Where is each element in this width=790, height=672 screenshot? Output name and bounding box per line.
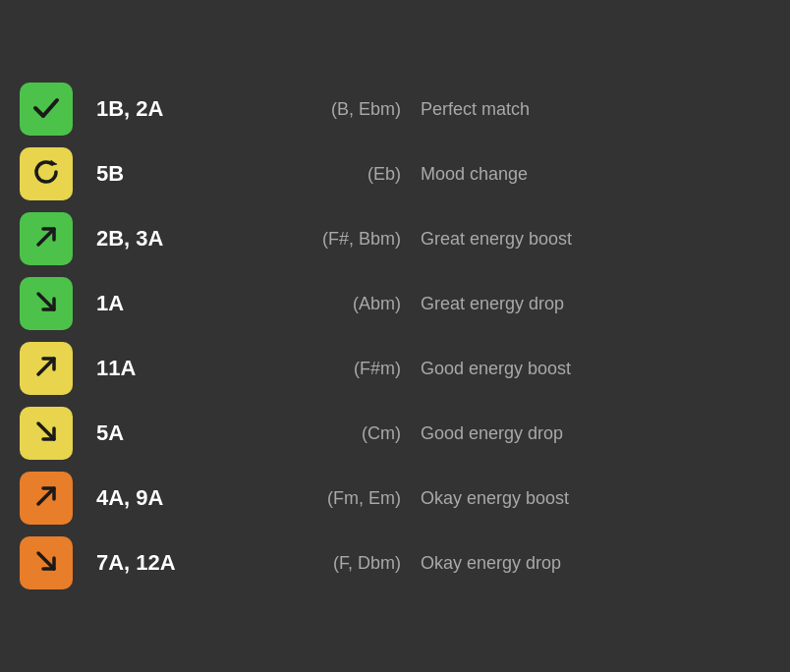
svg-line-0 bbox=[38, 229, 54, 245]
icon-box-good-energy-drop bbox=[20, 407, 73, 460]
icon-box-okay-energy-drop bbox=[20, 536, 73, 589]
description-perfect-match: Perfect match bbox=[421, 99, 770, 120]
key-label-okay-energy-drop: 7A, 12A bbox=[96, 550, 263, 576]
row-mood-change: 5B (Eb) Mood change bbox=[20, 141, 770, 206]
description-good-energy-drop: Good energy drop bbox=[421, 423, 770, 444]
description-good-energy-boost: Good energy boost bbox=[421, 359, 770, 379]
key-label-good-energy-drop: 5A bbox=[96, 420, 263, 446]
row-perfect-match: 1B, 2A (B, Ebm) Perfect match bbox=[20, 77, 770, 141]
key-label-good-energy-boost: 11A bbox=[96, 356, 263, 381]
key-note-great-energy-drop: (Abm) bbox=[263, 294, 421, 314]
description-great-energy-drop: Great energy drop bbox=[421, 294, 770, 314]
icon-arrow-down-right-great-energy-drop bbox=[30, 286, 62, 321]
icon-checkmark-perfect-match bbox=[30, 91, 62, 127]
svg-line-2 bbox=[38, 359, 54, 374]
key-note-good-energy-boost: (F#m) bbox=[263, 359, 421, 379]
row-good-energy-boost: 11A (F#m) Good energy boost bbox=[20, 336, 770, 401]
key-label-great-energy-drop: 1A bbox=[96, 291, 263, 316]
svg-line-4 bbox=[38, 488, 54, 504]
icon-box-great-energy-boost bbox=[20, 212, 73, 265]
icon-arrow-up-right-okay-energy-boost bbox=[30, 480, 62, 516]
row-okay-energy-drop: 7A, 12A (F, Dbm) Okay energy drop bbox=[20, 531, 770, 595]
icon-box-mood-change bbox=[20, 147, 73, 200]
icon-box-great-energy-drop bbox=[20, 277, 73, 330]
icon-box-okay-energy-boost bbox=[20, 472, 73, 525]
icon-arrow-up-right-great-energy-boost bbox=[30, 221, 62, 256]
description-great-energy-boost: Great energy boost bbox=[421, 229, 770, 250]
icon-arrow-down-right-good-energy-drop bbox=[30, 416, 62, 451]
key-note-perfect-match: (B, Ebm) bbox=[263, 99, 421, 120]
svg-line-1 bbox=[38, 294, 54, 309]
row-good-energy-drop: 5A (Cm) Good energy drop bbox=[20, 401, 770, 466]
icon-refresh-mood-change bbox=[30, 156, 62, 192]
svg-line-5 bbox=[38, 553, 54, 569]
svg-line-3 bbox=[38, 423, 54, 439]
description-okay-energy-drop: Okay energy drop bbox=[421, 553, 770, 574]
row-okay-energy-boost: 4A, 9A (Fm, Em) Okay energy boost bbox=[20, 466, 770, 531]
key-note-good-energy-drop: (Cm) bbox=[263, 423, 421, 444]
key-label-mood-change: 5B bbox=[96, 161, 263, 187]
key-label-perfect-match: 1B, 2A bbox=[96, 96, 263, 122]
key-label-okay-energy-boost: 4A, 9A bbox=[96, 485, 263, 511]
key-note-okay-energy-drop: (F, Dbm) bbox=[263, 553, 421, 574]
row-great-energy-drop: 1A (Abm) Great energy drop bbox=[20, 271, 770, 336]
description-okay-energy-boost: Okay energy boost bbox=[421, 488, 770, 509]
key-label-great-energy-boost: 2B, 3A bbox=[96, 226, 263, 252]
key-note-mood-change: (Eb) bbox=[263, 164, 421, 185]
icon-arrow-down-right-okay-energy-drop bbox=[30, 545, 62, 581]
key-note-okay-energy-boost: (Fm, Em) bbox=[263, 488, 421, 509]
icon-box-good-energy-boost bbox=[20, 342, 73, 395]
row-great-energy-boost: 2B, 3A (F#, Bbm) Great energy boost bbox=[20, 206, 770, 271]
icon-arrow-up-right-good-energy-boost bbox=[30, 351, 62, 386]
description-mood-change: Mood change bbox=[421, 164, 770, 185]
icon-box-perfect-match bbox=[20, 83, 73, 136]
key-note-great-energy-boost: (F#, Bbm) bbox=[263, 229, 421, 250]
